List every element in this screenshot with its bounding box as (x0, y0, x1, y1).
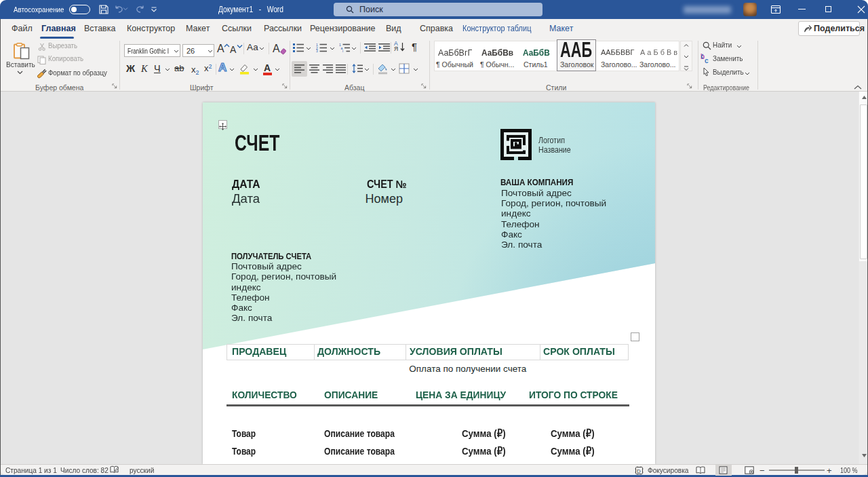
svg-text:3: 3 (316, 49, 318, 52)
svg-text:i: i (342, 49, 343, 52)
svg-text:D: D (637, 468, 641, 474)
